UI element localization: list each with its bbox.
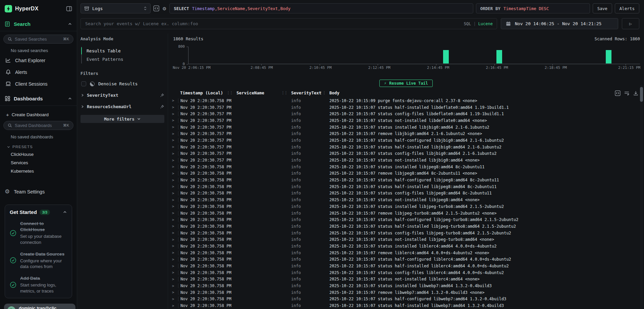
view-source-icon[interactable]: [615, 90, 621, 96]
chevron-up-icon[interactable]: [63, 210, 67, 214]
get-started-task[interactable]: Add DataStart sending logs, metrics, or …: [10, 275, 67, 294]
log-row[interactable]: >Nov 20 2:20:30.757 PMinfo2025-10-22 10:…: [168, 157, 644, 164]
log-row[interactable]: >Nov 20 2:20:30.758 PMinfo2025-10-22 10:…: [168, 164, 644, 170]
presets-toggle[interactable]: PRESETS: [3, 141, 73, 150]
alerts-button[interactable]: Alerts: [615, 3, 639, 13]
select-columns-input[interactable]: SELECT Timestamp ,ServiceName,SeverityTe…: [169, 3, 473, 13]
table-scrollbar[interactable]: [640, 85, 643, 309]
denoise-checkbox[interactable]: [81, 81, 86, 86]
denoise-results-row[interactable]: Denoise Results: [81, 81, 164, 86]
log-row[interactable]: >Nov 20 2:20:30.758 PMinfo2025-10-22 10:…: [168, 276, 644, 283]
log-row[interactable]: >Nov 20 2:20:30.758 PMinfo2025-10-22 10:…: [168, 296, 644, 303]
preset-item[interactable]: Services: [3, 159, 73, 167]
row-expand-chevron[interactable]: >: [168, 138, 178, 142]
row-expand-chevron[interactable]: >: [168, 297, 178, 301]
mode-event-patterns[interactable]: Event Patterns: [82, 55, 164, 63]
date-range-picker[interactable]: Nov 20 14:06:25 - Nov 20 14:21:25: [501, 18, 618, 29]
source-select[interactable]: Logs: [80, 3, 151, 13]
preset-item[interactable]: ClickHouse: [3, 150, 73, 159]
row-expand-chevron[interactable]: >: [168, 165, 178, 169]
row-expand-chevron[interactable]: >: [168, 264, 178, 268]
log-row[interactable]: >Nov 20 2:20:30.757 PMinfo2025-10-22 10:…: [168, 150, 644, 157]
log-row[interactable]: >Nov 20 2:20:30.758 PMinfo2025-10-22 10:…: [168, 269, 644, 276]
row-expand-chevron[interactable]: >: [168, 125, 178, 129]
results-histogram[interactable]: 800 0 Nov 20 2:06:15 PM2:08:45 PM2:10:45…: [168, 41, 642, 71]
scrollbar-thumb[interactable]: [640, 87, 643, 102]
row-expand-chevron[interactable]: >: [168, 184, 178, 189]
resume-live-tail-button[interactable]: ⚡ Resume Live Tail: [379, 80, 433, 87]
row-expand-chevron[interactable]: >: [168, 204, 178, 209]
log-row[interactable]: >Nov 20 2:20:30.758 PMinfo2025-10-22 10:…: [168, 190, 644, 197]
column-resize-handle[interactable]: ⋮⋮: [319, 91, 325, 95]
sidebar-item-search[interactable]: Search: [0, 16, 77, 31]
row-expand-chevron[interactable]: >: [168, 98, 178, 103]
code-toggle-icon[interactable]: [153, 5, 159, 11]
log-row[interactable]: >Nov 20 2:20:30.758 PMinfo2025-10-22 10:…: [168, 203, 644, 210]
row-expand-chevron[interactable]: >: [168, 132, 178, 136]
saved-dashboards-input[interactable]: Saved Dashboards ⌘K: [3, 121, 73, 130]
column-header-servicename[interactable]: ServiceName⋮⋮: [235, 90, 290, 96]
row-expand-chevron[interactable]: >: [168, 231, 178, 235]
row-expand-chevron[interactable]: >: [168, 218, 178, 222]
row-expand-chevron[interactable]: >: [168, 290, 178, 295]
row-expand-chevron[interactable]: >: [168, 211, 178, 215]
row-expand-chevron[interactable]: >: [168, 244, 178, 248]
log-row[interactable]: >Nov 20 2:20:30.758 PMinfo2025-10-22 10:…: [168, 243, 644, 250]
sidebar-collapse-icon[interactable]: [66, 6, 72, 12]
row-expand-chevron[interactable]: >: [168, 284, 178, 288]
log-row[interactable]: >Nov 20 2:20:30.758 PMinfo2025-10-22 10:…: [168, 282, 644, 289]
column-resize-handle[interactable]: ⋮⋮: [226, 91, 232, 95]
log-row[interactable]: >Nov 20 2:20:30.758 PMinfo2025-10-22 10:…: [168, 302, 644, 309]
get-started-task[interactable]: Connect to ClickHouseSet up your databas…: [10, 221, 67, 246]
row-expand-chevron[interactable]: >: [168, 270, 178, 275]
row-expand-chevron[interactable]: >: [168, 198, 178, 202]
sql-mode-option[interactable]: SQL: [464, 21, 471, 26]
save-button[interactable]: Save: [593, 3, 612, 13]
column-header-body[interactable]: Body: [328, 90, 644, 96]
column-header-severitytext[interactable]: SeverityText⋮⋮: [290, 90, 328, 96]
log-row[interactable]: >Nov 20 2:20:30.758 PMinfo2025-10-22 10:…: [168, 236, 644, 243]
preset-item[interactable]: Kubernetes: [3, 167, 73, 175]
create-dashboard-button[interactable]: + Create Dashboard: [3, 109, 73, 121]
sidebar-item-chart-explorer[interactable]: Chart Explorer: [3, 54, 73, 66]
row-expand-chevron[interactable]: >: [168, 158, 178, 163]
row-expand-chevron[interactable]: >: [168, 151, 178, 156]
row-expand-chevron[interactable]: >: [168, 118, 178, 123]
chevron-up-icon[interactable]: [68, 22, 72, 26]
filter-group-resourceschemaurl[interactable]: ResourceSchemaUrl: [80, 104, 164, 109]
saved-searches-input[interactable]: Saved Searches ⌘K: [3, 35, 73, 44]
column-resize-handle[interactable]: ⋮⋮: [281, 91, 287, 95]
row-expand-chevron[interactable]: >: [168, 105, 178, 109]
row-expand-chevron[interactable]: >: [168, 178, 178, 182]
log-row[interactable]: >Nov 20 2:20:30.758 PMinfo2025-10-22 10:…: [168, 170, 644, 177]
row-expand-chevron[interactable]: >: [168, 191, 178, 195]
log-row[interactable]: >Nov 20 2:20:30.758 PMinfo2025-10-22 10:…: [168, 196, 644, 203]
log-row[interactable]: >Nov 20 2:20:30.758 PMinfo2025-10-22 10:…: [168, 216, 644, 223]
log-row[interactable]: >Nov 20 2:20:30.757 PMinfo2025-10-22 10:…: [168, 130, 644, 137]
run-query-button[interactable]: ▷: [622, 18, 639, 29]
more-filters-button[interactable]: More filters: [80, 115, 164, 123]
row-expand-chevron[interactable]: >: [168, 112, 178, 116]
row-expand-chevron[interactable]: >: [168, 277, 178, 281]
log-row[interactable]: >Nov 20 2:20:30.758 PMinfo2025-10-22 10:…: [168, 263, 644, 269]
histogram-bar[interactable]: [606, 50, 611, 63]
row-expand-chevron[interactable]: >: [168, 251, 178, 255]
row-expand-chevron[interactable]: >: [168, 145, 178, 149]
user-menu[interactable]: D dominic.tran@clic... dominic.tran@clic…: [4, 304, 75, 309]
log-row[interactable]: >Nov 20 2:20:30.758 PMinfo2025-10-22 10:…: [168, 183, 644, 190]
download-icon[interactable]: [633, 90, 639, 96]
get-started-header[interactable]: Get Started 3/3: [10, 209, 67, 215]
histogram-bar[interactable]: [496, 50, 502, 63]
histogram-bar[interactable]: [443, 50, 449, 63]
column-header-timestamp[interactable]: Timestamp (Local)⋮⋮: [178, 90, 235, 96]
order-by-input[interactable]: ORDER BY TimestampTime DESC: [476, 3, 590, 13]
log-row[interactable]: >Nov 20 2:20:30.758 PMinfo2025-10-22 10:…: [168, 250, 644, 256]
row-expand-chevron[interactable]: >: [168, 304, 178, 308]
log-row[interactable]: >Nov 20 2:20:30.758 PMinfo2025-10-22 10:…: [168, 223, 644, 230]
source-settings-gear-icon[interactable]: ⚙: [162, 6, 167, 11]
row-expand-chevron[interactable]: >: [168, 257, 178, 262]
row-expand-chevron[interactable]: >: [168, 171, 178, 176]
log-row[interactable]: >Nov 20 2:20:30.757 PMinfo2025-10-22 10:…: [168, 137, 644, 144]
log-row[interactable]: >Nov 20 2:20:30.757 PMinfo2025-10-22 10:…: [168, 117, 644, 124]
row-expand-chevron[interactable]: >: [168, 237, 178, 242]
